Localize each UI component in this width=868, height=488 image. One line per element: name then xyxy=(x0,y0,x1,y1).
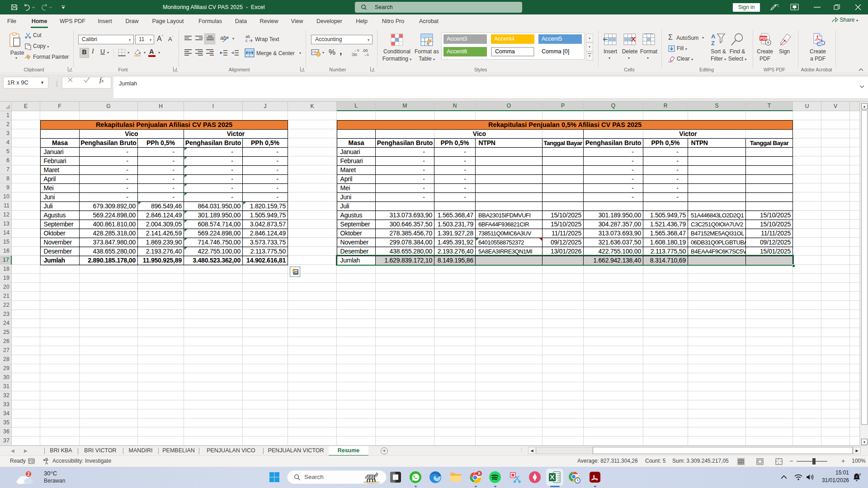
svg-text:PDF: PDF xyxy=(760,36,768,41)
svg-text:→0: →0 xyxy=(363,53,369,57)
svg-text:.00: .00 xyxy=(362,48,368,53)
svg-text:ab: ab xyxy=(220,35,226,41)
svg-text:z: z xyxy=(856,475,858,478)
svg-text:A: A xyxy=(711,33,716,40)
svg-text:2: 2 xyxy=(27,472,30,477)
svg-text:←0: ←0 xyxy=(354,48,359,52)
svg-text:Z: Z xyxy=(711,40,715,47)
svg-text:z: z xyxy=(859,473,861,476)
svg-text:c: c xyxy=(245,38,248,42)
